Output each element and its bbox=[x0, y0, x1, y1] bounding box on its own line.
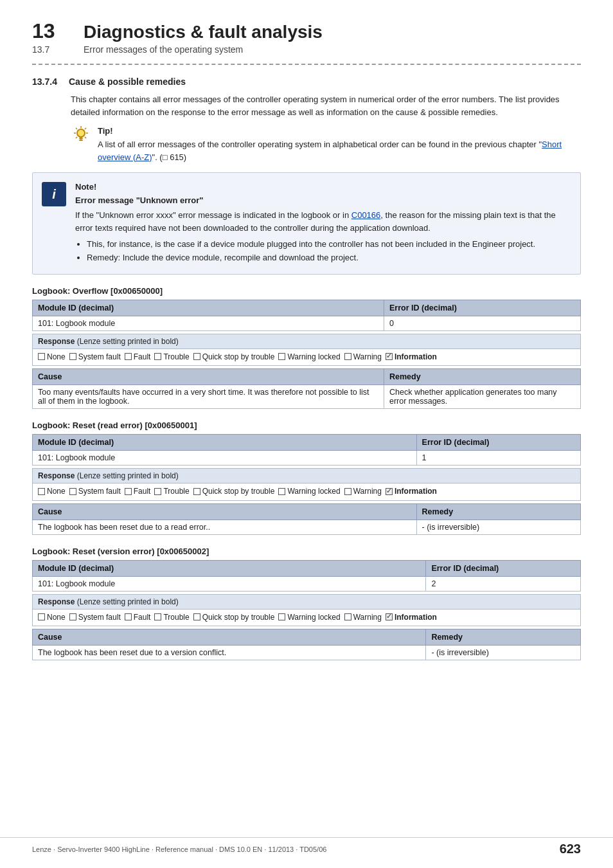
logbook-heading-2: Logbook: Reset (version error) [0x006500… bbox=[32, 547, 581, 556]
module-id-value-1: 101: Logbook module bbox=[33, 451, 417, 466]
checkbox-trouble-1: Trouble bbox=[154, 487, 189, 496]
logbook-section-0: Logbook: Overflow [0x00650000]Module ID … bbox=[32, 286, 581, 410]
checkbox-fault-1: Fault bbox=[125, 487, 151, 496]
checkbox-warning-locked-1: Warning locked bbox=[278, 487, 340, 496]
note-link[interactable]: C00166 bbox=[351, 210, 381, 220]
checkbox-quick-stop-by-trouble-2: Quick stop by trouble bbox=[193, 613, 275, 622]
error-id-value-0: 0 bbox=[384, 316, 580, 330]
checkbox-quick-stop-by-trouble-1: Quick stop by trouble bbox=[193, 487, 275, 496]
section-title: Cause & possible remedies bbox=[69, 77, 186, 87]
cause-header-0: Cause bbox=[33, 369, 384, 385]
checkboxes-row-2: NoneSystem faultFaultTroubleQuick stop b… bbox=[33, 609, 581, 626]
error-id-value-2: 2 bbox=[426, 576, 581, 591]
tip-icon bbox=[71, 125, 91, 149]
remedy-header-1: Remedy bbox=[416, 503, 580, 520]
response-label-0: Response (Lenze setting printed in bold) bbox=[33, 334, 581, 348]
checkbox-system-fault-1: System fault bbox=[69, 487, 121, 496]
checkbox-quick-stop-by-trouble-0: Quick stop by trouble bbox=[193, 352, 275, 361]
note-bullets: This, for instance, is the case if a dev… bbox=[87, 238, 570, 265]
remedy-text-1: - (is irreversible) bbox=[416, 520, 580, 534]
note-body: If the "Unknown error xxxx" error messag… bbox=[75, 209, 570, 234]
checkboxes-row-0: NoneSystem faultFaultTroubleQuick stop b… bbox=[33, 348, 581, 366]
svg-line-7 bbox=[76, 128, 77, 129]
checkbox-none-0: None bbox=[38, 352, 66, 361]
tip-label: Tip! bbox=[98, 126, 113, 136]
tip-box: Tip! A list of all error messages of the… bbox=[71, 126, 581, 163]
checkbox-fault-0: Fault bbox=[125, 352, 151, 361]
logbook-heading-0: Logbook: Overflow [0x00650000] bbox=[32, 286, 581, 296]
sub-number: 13.7 bbox=[32, 44, 64, 55]
error-table-0: Module ID (decimal)Error ID (decimal)101… bbox=[32, 300, 581, 410]
checkbox-information-1: Information bbox=[386, 487, 437, 496]
response-label-2: Response (Lenze setting printed in bold) bbox=[33, 594, 581, 609]
error-id-header-0: Error ID (decimal) bbox=[384, 300, 580, 316]
footer-left: Lenze · Servo-Inverter 9400 HighLine · R… bbox=[32, 845, 326, 853]
svg-line-9 bbox=[76, 137, 77, 138]
remedy-header-2: Remedy bbox=[426, 629, 581, 646]
note-content: Note! Error message "Unknown error" If t… bbox=[75, 182, 570, 265]
checkboxes-row-1: NoneSystem faultFaultTroubleQuick stop b… bbox=[33, 484, 581, 501]
tip-content: Tip! A list of all error messages of the… bbox=[98, 126, 581, 163]
checkbox-information-0: Information bbox=[386, 352, 437, 361]
svg-point-0 bbox=[77, 129, 85, 137]
section-heading-row: 13.7.4 Cause & possible remedies bbox=[32, 77, 581, 87]
checkbox-fault-2: Fault bbox=[125, 613, 151, 622]
checkbox-trouble-2: Trouble bbox=[154, 613, 189, 622]
checkbox-warning-2: Warning bbox=[344, 613, 382, 622]
note-title: Note! bbox=[75, 182, 570, 192]
remedy-header-0: Remedy bbox=[384, 369, 580, 385]
checkbox-system-fault-2: System fault bbox=[69, 613, 121, 622]
cause-text-1: The logbook has been reset due to a read… bbox=[33, 520, 417, 534]
note-subtitle: Error message "Unknown error" bbox=[75, 195, 570, 205]
checkbox-warning-1: Warning bbox=[344, 487, 382, 496]
logbook-section-2: Logbook: Reset (version error) [0x006500… bbox=[32, 547, 581, 661]
error-id-header-2: Error ID (decimal) bbox=[426, 560, 581, 576]
logbook-section-1: Logbook: Reset (read error) [0x00650001]… bbox=[32, 420, 581, 535]
section-number: 13.7.4 bbox=[32, 77, 57, 87]
svg-line-10 bbox=[85, 128, 86, 129]
checkbox-none-2: None bbox=[38, 613, 66, 622]
chapter-title: Diagnostics & fault analysis bbox=[84, 22, 323, 42]
error-id-header-1: Error ID (decimal) bbox=[416, 435, 580, 451]
sub-header-row: 13.7 Error messages of the operating sys… bbox=[32, 44, 581, 55]
error-table-1: Module ID (decimal)Error ID (decimal)101… bbox=[32, 434, 581, 535]
module-id-value-2: 101: Logbook module bbox=[33, 576, 426, 591]
module-id-value-0: 101: Logbook module bbox=[33, 316, 384, 330]
tip-text: A list of all error messages of the cont… bbox=[98, 138, 581, 163]
footer-page: 623 bbox=[560, 842, 581, 856]
sub-title: Error messages of the operating system bbox=[84, 44, 243, 55]
module-id-header-2: Module ID (decimal) bbox=[33, 560, 426, 576]
header-section: 13 Diagnostics & fault analysis 13.7 Err… bbox=[32, 19, 581, 55]
checkbox-none-1: None bbox=[38, 487, 66, 496]
checkbox-information-2: Information bbox=[386, 613, 437, 622]
checkbox-warning-locked-2: Warning locked bbox=[278, 613, 340, 622]
checkbox-trouble-0: Trouble bbox=[154, 352, 189, 361]
note-box: i Note! Error message "Unknown error" If… bbox=[32, 172, 581, 275]
note-icon: i bbox=[42, 182, 66, 206]
checkbox-warning-0: Warning bbox=[344, 352, 382, 361]
cause-header-1: Cause bbox=[33, 503, 417, 520]
checkbox-system-fault-0: System fault bbox=[69, 352, 121, 361]
logbook-heading-1: Logbook: Reset (read error) [0x00650001] bbox=[32, 420, 581, 430]
error-id-value-1: 1 bbox=[416, 451, 580, 466]
error-table-2: Module ID (decimal)Error ID (decimal)101… bbox=[32, 560, 581, 661]
checkbox-warning-locked-0: Warning locked bbox=[278, 352, 340, 361]
svg-line-8 bbox=[85, 137, 86, 138]
cause-text-2: The logbook has been reset due to a vers… bbox=[33, 646, 426, 660]
module-id-header-1: Module ID (decimal) bbox=[33, 435, 417, 451]
remedy-text-0: Check whether application generates too … bbox=[384, 385, 580, 409]
section-divider bbox=[32, 64, 581, 65]
remedy-text-2: - (is irreversible) bbox=[426, 646, 581, 660]
note-bullet-2: Remedy: Include the device module, recom… bbox=[87, 251, 570, 265]
cause-text-0: Too many events/faults have occurred in … bbox=[33, 385, 384, 409]
tables-container: Logbook: Overflow [0x00650000]Module ID … bbox=[32, 286, 581, 661]
footer: Lenze · Servo-Inverter 9400 HighLine · R… bbox=[0, 837, 613, 856]
chapter-number: 13 bbox=[32, 19, 64, 43]
cause-header-2: Cause bbox=[33, 629, 426, 646]
response-label-1: Response (Lenze setting printed in bold) bbox=[33, 469, 581, 484]
note-bullet-1: This, for instance, is the case if a dev… bbox=[87, 238, 570, 251]
module-id-header-0: Module ID (decimal) bbox=[33, 300, 384, 316]
intro-text: This chapter contains all error messages… bbox=[71, 93, 581, 118]
header-title-row: 13 Diagnostics & fault analysis bbox=[32, 19, 581, 43]
page: 13 Diagnostics & fault analysis 13.7 Err… bbox=[0, 0, 613, 868]
